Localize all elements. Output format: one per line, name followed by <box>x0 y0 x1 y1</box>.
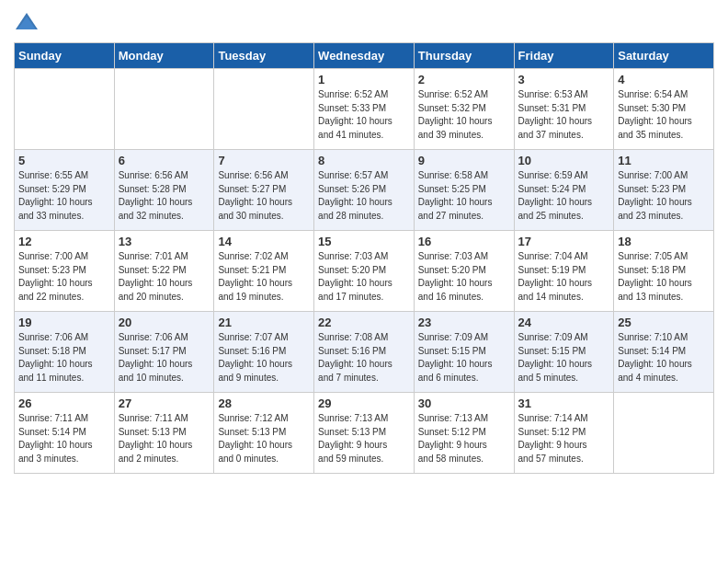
day-info: Sunrise: 6:56 AM Sunset: 5:28 PM Dayligh… <box>119 169 210 223</box>
calendar-table: SundayMondayTuesdayWednesdayThursdayFrid… <box>14 42 714 474</box>
calendar-cell: 8Sunrise: 6:57 AM Sunset: 5:26 PM Daylig… <box>314 150 415 231</box>
calendar-cell: 15Sunrise: 7:03 AM Sunset: 5:20 PM Dayli… <box>314 231 415 312</box>
calendar-cell: 19Sunrise: 7:06 AM Sunset: 5:18 PM Dayli… <box>15 312 115 393</box>
calendar-cell: 21Sunrise: 7:07 AM Sunset: 5:16 PM Dayli… <box>214 312 314 393</box>
calendar-cell: 30Sunrise: 7:13 AM Sunset: 5:12 PM Dayli… <box>414 393 514 474</box>
day-number: 14 <box>218 235 310 248</box>
day-info: Sunrise: 7:09 AM Sunset: 5:15 PM Dayligh… <box>518 331 610 385</box>
day-number: 23 <box>418 316 510 329</box>
day-info: Sunrise: 6:52 AM Sunset: 5:32 PM Dayligh… <box>418 88 510 142</box>
calendar-cell: 25Sunrise: 7:10 AM Sunset: 5:14 PM Dayli… <box>614 312 714 393</box>
day-number: 7 <box>218 154 310 167</box>
day-info: Sunrise: 7:06 AM Sunset: 5:17 PM Dayligh… <box>119 331 210 385</box>
day-info: Sunrise: 6:57 AM Sunset: 5:26 PM Dayligh… <box>318 169 410 223</box>
day-info: Sunrise: 6:58 AM Sunset: 5:25 PM Dayligh… <box>418 169 510 223</box>
day-info: Sunrise: 6:55 AM Sunset: 5:29 PM Dayligh… <box>18 169 110 223</box>
day-header-tuesday: Tuesday <box>214 43 314 69</box>
calendar-cell: 12Sunrise: 7:00 AM Sunset: 5:23 PM Dayli… <box>15 231 115 312</box>
day-number: 29 <box>318 396 410 410</box>
calendar-cell: 26Sunrise: 7:11 AM Sunset: 5:14 PM Dayli… <box>15 393 115 474</box>
calendar-cell <box>114 69 214 150</box>
day-info: Sunrise: 6:53 AM Sunset: 5:31 PM Dayligh… <box>518 88 610 142</box>
day-info: Sunrise: 7:04 AM Sunset: 5:19 PM Dayligh… <box>518 250 610 304</box>
day-number: 27 <box>119 396 210 410</box>
day-number: 25 <box>618 316 710 329</box>
calendar-cell: 3Sunrise: 6:53 AM Sunset: 5:31 PM Daylig… <box>514 69 614 150</box>
day-number: 18 <box>618 235 710 248</box>
day-info: Sunrise: 7:03 AM Sunset: 5:20 PM Dayligh… <box>418 250 510 304</box>
day-number: 8 <box>318 154 410 167</box>
day-number: 11 <box>618 154 710 167</box>
day-number: 20 <box>119 316 210 329</box>
day-info: Sunrise: 7:14 AM Sunset: 5:12 PM Dayligh… <box>518 412 610 465</box>
day-header-monday: Monday <box>114 43 214 69</box>
calendar-cell: 2Sunrise: 6:52 AM Sunset: 5:32 PM Daylig… <box>414 69 514 150</box>
calendar-cell: 20Sunrise: 7:06 AM Sunset: 5:17 PM Dayli… <box>114 312 214 393</box>
calendar-cell: 28Sunrise: 7:12 AM Sunset: 5:13 PM Dayli… <box>214 393 314 474</box>
calendar-week-row: 12Sunrise: 7:00 AM Sunset: 5:23 PM Dayli… <box>15 231 714 312</box>
day-number: 15 <box>318 235 410 248</box>
day-info: Sunrise: 7:11 AM Sunset: 5:13 PM Dayligh… <box>119 412 210 465</box>
day-number: 22 <box>318 316 410 329</box>
calendar-cell: 23Sunrise: 7:09 AM Sunset: 5:15 PM Dayli… <box>414 312 514 393</box>
calendar-cell: 7Sunrise: 6:56 AM Sunset: 5:27 PM Daylig… <box>214 150 314 231</box>
day-number: 4 <box>618 73 710 86</box>
day-number: 10 <box>518 154 610 167</box>
calendar-cell: 6Sunrise: 6:56 AM Sunset: 5:28 PM Daylig… <box>114 150 214 231</box>
day-number: 24 <box>518 316 610 329</box>
calendar-week-row: 26Sunrise: 7:11 AM Sunset: 5:14 PM Dayli… <box>15 393 714 474</box>
day-number: 21 <box>218 316 310 329</box>
calendar-cell: 1Sunrise: 6:52 AM Sunset: 5:33 PM Daylig… <box>314 69 415 150</box>
calendar-cell: 17Sunrise: 7:04 AM Sunset: 5:19 PM Dayli… <box>514 231 614 312</box>
day-number: 17 <box>518 235 610 248</box>
calendar-cell: 27Sunrise: 7:11 AM Sunset: 5:13 PM Dayli… <box>114 393 214 474</box>
day-number: 28 <box>218 396 310 410</box>
calendar-cell: 11Sunrise: 7:00 AM Sunset: 5:23 PM Dayli… <box>614 150 714 231</box>
calendar-cell: 5Sunrise: 6:55 AM Sunset: 5:29 PM Daylig… <box>15 150 115 231</box>
day-header-thursday: Thursday <box>414 43 514 69</box>
calendar-cell: 18Sunrise: 7:05 AM Sunset: 5:18 PM Dayli… <box>614 231 714 312</box>
day-number: 30 <box>418 396 510 410</box>
day-info: Sunrise: 7:06 AM Sunset: 5:18 PM Dayligh… <box>18 331 110 385</box>
calendar-week-row: 5Sunrise: 6:55 AM Sunset: 5:29 PM Daylig… <box>15 150 714 231</box>
calendar-cell: 31Sunrise: 7:14 AM Sunset: 5:12 PM Dayli… <box>514 393 614 474</box>
day-info: Sunrise: 6:52 AM Sunset: 5:33 PM Dayligh… <box>318 88 410 142</box>
day-info: Sunrise: 7:13 AM Sunset: 5:13 PM Dayligh… <box>318 412 410 465</box>
day-number: 13 <box>119 235 210 248</box>
calendar-cell: 24Sunrise: 7:09 AM Sunset: 5:15 PM Dayli… <box>514 312 614 393</box>
calendar-cell: 14Sunrise: 7:02 AM Sunset: 5:21 PM Dayli… <box>214 231 314 312</box>
day-header-wednesday: Wednesday <box>314 43 415 69</box>
day-info: Sunrise: 7:07 AM Sunset: 5:16 PM Dayligh… <box>218 331 310 385</box>
day-info: Sunrise: 7:08 AM Sunset: 5:16 PM Dayligh… <box>318 331 410 385</box>
day-number: 9 <box>418 154 510 167</box>
day-info: Sunrise: 7:00 AM Sunset: 5:23 PM Dayligh… <box>18 250 110 304</box>
calendar-cell <box>15 69 115 150</box>
day-number: 26 <box>18 396 110 410</box>
day-info: Sunrise: 7:03 AM Sunset: 5:20 PM Dayligh… <box>318 250 410 304</box>
day-info: Sunrise: 7:13 AM Sunset: 5:12 PM Dayligh… <box>418 412 510 465</box>
day-number: 16 <box>418 235 510 248</box>
calendar-cell: 9Sunrise: 6:58 AM Sunset: 5:25 PM Daylig… <box>414 150 514 231</box>
day-number: 31 <box>518 396 610 410</box>
calendar-cell <box>214 69 314 150</box>
calendar-cell: 16Sunrise: 7:03 AM Sunset: 5:20 PM Dayli… <box>414 231 514 312</box>
day-info: Sunrise: 7:01 AM Sunset: 5:22 PM Dayligh… <box>119 250 210 304</box>
day-number: 19 <box>18 316 110 329</box>
day-number: 12 <box>18 235 110 248</box>
calendar-week-row: 19Sunrise: 7:06 AM Sunset: 5:18 PM Dayli… <box>15 312 714 393</box>
day-info: Sunrise: 7:02 AM Sunset: 5:21 PM Dayligh… <box>218 250 310 304</box>
calendar-cell: 22Sunrise: 7:08 AM Sunset: 5:16 PM Dayli… <box>314 312 415 393</box>
day-number: 2 <box>418 73 510 86</box>
page-header <box>14 9 714 35</box>
calendar-cell <box>614 393 714 474</box>
calendar-cell: 10Sunrise: 6:59 AM Sunset: 5:24 PM Dayli… <box>514 150 614 231</box>
day-header-saturday: Saturday <box>614 43 714 69</box>
calendar-cell: 29Sunrise: 7:13 AM Sunset: 5:13 PM Dayli… <box>314 393 415 474</box>
day-number: 6 <box>119 154 210 167</box>
day-number: 5 <box>18 154 110 167</box>
day-info: Sunrise: 6:56 AM Sunset: 5:27 PM Dayligh… <box>218 169 310 223</box>
calendar-cell: 13Sunrise: 7:01 AM Sunset: 5:22 PM Dayli… <box>114 231 214 312</box>
day-info: Sunrise: 6:54 AM Sunset: 5:30 PM Dayligh… <box>618 88 710 142</box>
day-info: Sunrise: 7:12 AM Sunset: 5:13 PM Dayligh… <box>218 412 310 465</box>
day-number: 1 <box>318 73 410 86</box>
